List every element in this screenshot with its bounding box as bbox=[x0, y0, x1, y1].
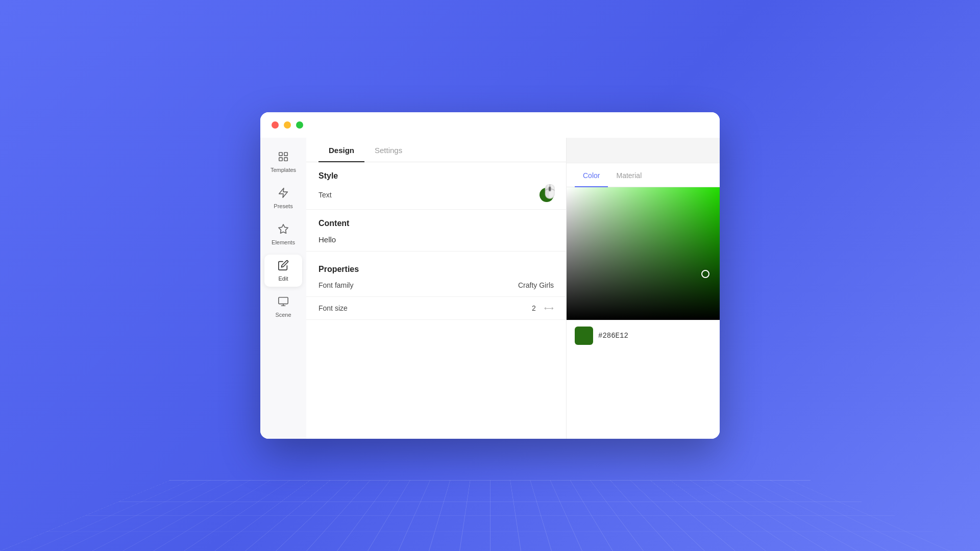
scene-icon bbox=[278, 296, 289, 309]
content-area: Design Settings Style Text bbox=[306, 138, 720, 439]
tab-material[interactable]: Material bbox=[608, 163, 650, 187]
color-panel: Color Material bbox=[567, 138, 720, 439]
scene-label: Scene bbox=[275, 312, 291, 318]
tab-color[interactable]: Color bbox=[575, 163, 608, 187]
color-tabs: Color Material bbox=[567, 163, 720, 187]
content-row: Hello bbox=[306, 228, 566, 252]
svg-rect-0 bbox=[279, 153, 282, 156]
sidebar-item-edit[interactable]: Edit bbox=[264, 255, 302, 287]
font-family-label: Font family bbox=[318, 281, 353, 289]
elements-icon bbox=[278, 223, 289, 236]
elements-label: Elements bbox=[272, 239, 295, 245]
panel-content: Style Text 🖱️ bbox=[306, 162, 566, 439]
svg-marker-4 bbox=[279, 188, 288, 197]
svg-rect-1 bbox=[284, 153, 287, 156]
sidebar-item-presets[interactable]: Presets bbox=[264, 182, 302, 214]
style-row: Text 🖱️ bbox=[306, 181, 566, 210]
style-section-header: Style bbox=[306, 162, 566, 181]
content-title: Content bbox=[318, 219, 349, 228]
presets-icon bbox=[278, 187, 289, 200]
hex-input-row bbox=[567, 320, 720, 351]
properties-section-header: Properties bbox=[306, 256, 566, 274]
traffic-lights bbox=[272, 121, 303, 129]
gradient-canvas bbox=[567, 187, 720, 320]
minimize-button[interactable] bbox=[284, 121, 291, 129]
edit-label: Edit bbox=[279, 276, 288, 282]
app-body: Templates Presets Elements bbox=[260, 138, 720, 439]
properties-title: Properties bbox=[318, 265, 359, 273]
presets-label: Presets bbox=[274, 203, 292, 209]
color-panel-top bbox=[567, 138, 720, 163]
templates-icon bbox=[278, 151, 289, 164]
font-size-row: Font size 2 ⟷ bbox=[306, 297, 566, 320]
font-family-row: Font family Crafty Girls bbox=[306, 274, 566, 297]
app-window: Templates Presets Elements bbox=[260, 112, 720, 439]
maximize-button[interactable] bbox=[296, 121, 303, 129]
picker-handle[interactable] bbox=[701, 270, 709, 278]
font-size-label: Font size bbox=[318, 304, 348, 312]
sidebar-item-scene[interactable]: Scene bbox=[264, 291, 302, 323]
title-bar bbox=[260, 112, 720, 138]
color-swatch[interactable] bbox=[540, 188, 554, 202]
gradient-dark-layer bbox=[567, 187, 720, 320]
sidebar-item-templates[interactable]: Templates bbox=[264, 146, 302, 178]
hex-input[interactable] bbox=[598, 332, 712, 340]
panel-tabs: Design Settings bbox=[306, 138, 566, 162]
edit-icon bbox=[278, 260, 289, 272]
hex-color-swatch bbox=[575, 327, 593, 345]
svg-rect-3 bbox=[284, 158, 287, 161]
resize-arrows-icon[interactable]: ⟷ bbox=[544, 305, 554, 312]
tab-settings[interactable]: Settings bbox=[364, 138, 412, 162]
text-field-label: Text bbox=[318, 191, 332, 199]
templates-label: Templates bbox=[271, 167, 296, 173]
close-button[interactable] bbox=[272, 121, 279, 129]
design-panel: Design Settings Style Text bbox=[306, 138, 567, 439]
tab-design[interactable]: Design bbox=[318, 138, 364, 162]
sidebar-item-elements[interactable]: Elements bbox=[264, 218, 302, 251]
font-size-control: 2 ⟷ bbox=[529, 304, 554, 312]
svg-rect-2 bbox=[279, 158, 282, 161]
color-gradient-picker[interactable] bbox=[567, 187, 720, 320]
content-section-header: Content bbox=[306, 210, 566, 228]
sidebar: Templates Presets Elements bbox=[260, 138, 306, 439]
style-title: Style bbox=[318, 171, 338, 180]
color-indicator-wrapper: 🖱️ bbox=[540, 188, 554, 202]
svg-rect-5 bbox=[279, 297, 288, 304]
font-family-value: Crafty Girls bbox=[518, 281, 554, 289]
font-size-value: 2 bbox=[529, 304, 539, 312]
content-value: Hello bbox=[318, 235, 336, 244]
